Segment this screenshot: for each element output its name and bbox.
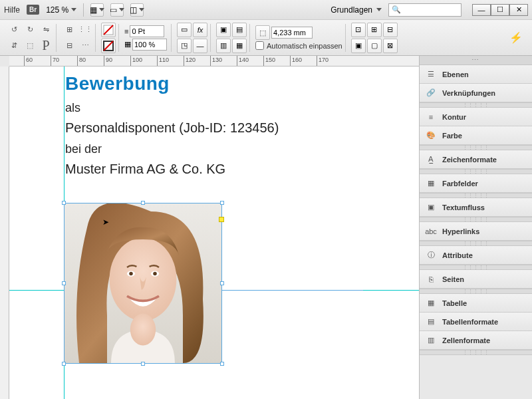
view-options-button[interactable]: ▦ [90,3,104,17]
panel-grip[interactable] [420,241,532,246]
frame-width-input[interactable] [271,27,313,39]
autofit-label: Automatisch einpassen [267,42,342,50]
align-tool-icon[interactable]: ⊞ [62,23,76,37]
maximize-button[interactable]: ☐ [491,4,509,16]
fit-content-icon[interactable]: ⊡ [351,23,366,37]
textwrap-around-icon[interactable]: ▤ [232,23,247,37]
bridge-button[interactable]: Br [27,5,39,15]
textwrap-skip-icon[interactable]: ▦ [232,39,247,53]
effects-button[interactable]: ▭ [177,23,192,37]
chevron-down-icon [71,8,76,11]
center-content-icon[interactable]: ⊟ [383,23,398,37]
resize-handle[interactable] [220,281,224,285]
chevron-down-icon [376,8,382,11]
menubar: Hilfe Br 125 % ▦ ▭ ◫ Grundlagen 🔍 — ☐ ✕ [0,0,532,20]
panel-grip[interactable] [420,102,532,108]
arrange-button[interactable]: ◫ [130,3,144,17]
panel-grip[interactable] [420,145,532,150]
panel-grip[interactable] [420,265,532,270]
menu-help[interactable]: Hilfe [4,5,20,15]
panel-verknuepfungen[interactable]: 🔗Verknüpfungen [420,84,532,102]
fit-frame-icon[interactable]: ⊞ [367,23,382,37]
panel-attribute[interactable]: ⓘAttribute [420,246,532,265]
panel-hyperlinks[interactable]: abcHyperlinks [420,222,532,241]
search-icon: 🔍 [392,5,401,14]
svg-point-9 [129,272,133,276]
document-canvas[interactable]: Bewerbung als Personaldisponent (Job-ID:… [9,66,419,399]
textwrap-none-icon[interactable]: ▣ [216,23,231,37]
frame-fitting-icon[interactable]: ⬚ [255,25,270,40]
corner-options-button[interactable]: ◳ [177,39,192,53]
quick-apply-icon[interactable]: ⚡ [509,31,528,44]
hyperlinks-icon: abc [425,225,437,237]
select-content-icon[interactable]: ⬚ [23,39,37,53]
swatches-icon: ▦ [425,178,437,190]
p-icon[interactable]: P [39,39,53,53]
panel-grip[interactable] [420,217,532,222]
drop-button[interactable]: — [193,39,207,53]
text-frame[interactable]: Bewerbung als Personaldisponent (Job-ID:… [65,73,279,177]
resize-handle[interactable] [220,201,224,205]
panel-zeichenformate[interactable]: A̲Zeichenformate [420,150,532,169]
svg-point-5 [110,238,177,321]
doc-position: Personaldisponent (Job-ID: 123456) [65,120,279,136]
flip-h-icon[interactable]: ⇋ [39,23,53,37]
textwrap-jump-icon[interactable]: ▥ [216,39,231,53]
stroke-swatch[interactable] [101,39,116,53]
workspace-label: Grundlagen [331,5,372,15]
resize-handle[interactable] [62,201,66,205]
workspace-switcher[interactable]: Grundlagen [331,5,382,15]
panel-grip[interactable] [420,350,532,355]
resize-handle[interactable] [141,362,145,366]
resize-handle[interactable] [62,362,66,366]
fx-button[interactable]: fx [193,23,207,37]
image-frame-selected[interactable] [64,203,222,364]
zoom-control[interactable]: 125 % [46,5,76,15]
color-icon: 🎨 [425,130,437,142]
resize-handle[interactable] [141,201,145,205]
autofit-checkbox[interactable]: Automatisch einpassen [255,41,342,50]
fill-frame-icon[interactable]: ▣ [351,39,366,53]
rotate-cw-icon[interactable]: ↻ [23,23,37,37]
panel-textumfluss[interactable]: ▣Textumfluss [420,198,532,217]
panel-grip[interactable] [420,193,532,198]
doc-title: Bewerbung [65,73,279,94]
panel-grip[interactable] [420,169,532,174]
panel-kontur[interactable]: ≡Kontur [420,108,532,126]
distribute2-icon[interactable]: ⋯ [78,39,92,53]
resize-handle[interactable] [220,362,224,366]
svg-point-6 [130,314,156,346]
stroke-weight-input[interactable] [130,25,164,37]
scale-input[interactable] [132,39,167,51]
fit-prop-icon[interactable]: ▢ [367,39,382,53]
zoom-value: 125 % [46,5,68,15]
panel-tabelle[interactable]: ▦Tabelle [420,294,532,313]
panel-tabellenformate[interactable]: ▤Tabellenformate [420,313,532,331]
fill-swatch[interactable] [101,23,116,37]
clear-fit-icon[interactable]: ⊠ [383,39,398,53]
svg-point-10 [153,272,157,276]
panel-grip[interactable] [420,289,532,294]
live-corner-handle[interactable] [219,217,224,222]
table-icon: ▦ [425,297,437,309]
screen-mode-button[interactable]: ▭ [110,3,124,17]
window-controls: — ☐ ✕ [472,4,528,16]
panel-farbe[interactable]: 🎨Farbe [420,126,532,145]
text-thread-line [217,290,363,291]
flip-v-icon[interactable]: ⇵ [7,39,21,53]
panel-zellenformate[interactable]: ▥Zellenformate [420,331,532,350]
align-tool2-icon[interactable]: ⊟ [62,39,76,53]
panel-farbfelder[interactable]: ▦Farbfelder [420,174,532,193]
panel-seiten[interactable]: ⎘Seiten [420,270,532,289]
doc-as: als [65,101,279,115]
tableformat-icon: ▤ [425,316,437,328]
close-button[interactable]: ✕ [509,4,528,16]
distribute-icon[interactable]: ⋮⋮ [78,23,92,37]
autofit-check[interactable] [255,41,264,50]
panel-collapse-grip[interactable] [420,56,532,65]
rotate-ccw-icon[interactable]: ↺ [7,23,21,37]
resize-handle[interactable] [62,281,66,285]
minimize-button[interactable]: — [472,4,491,16]
search-input[interactable]: 🔍 [388,3,462,17]
panel-ebenen[interactable]: ☰Ebenen [420,65,532,84]
